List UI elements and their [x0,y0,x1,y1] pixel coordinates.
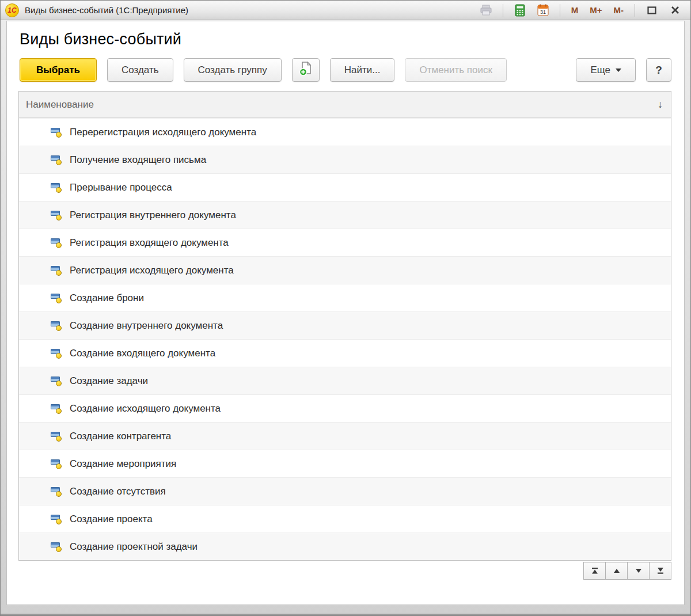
row-label: Регистрация внутреннего документа [70,210,236,221]
create-button[interactable]: Создать [107,58,173,82]
go-last-button[interactable] [649,562,671,580]
table-row[interactable]: Создание контрагента [19,422,671,450]
row-label: Создание входящего документа [70,348,215,359]
sort-descending-icon[interactable]: ↓ [658,98,663,111]
go-up-button[interactable] [605,562,628,580]
catalog-item-icon [51,210,62,221]
memory-m-minus-button[interactable]: M- [611,4,627,16]
row-label: Создание исходящего документа [70,403,221,415]
cancel-search-button: Отменить поиск [405,58,507,82]
row-label: Создание брони [70,292,144,304]
column-header-name: Наименование [26,99,94,111]
catalog-item-icon [51,403,62,415]
row-label: Получение входящего письма [70,154,206,166]
maximize-icon[interactable] [643,3,660,18]
catalog-item-icon [51,431,62,442]
memory-m-plus-button[interactable]: M+ [587,4,605,16]
window-title: Виды бизнес-событий (1С:Предприятие) [25,5,477,15]
row-label: Создание отсутствия [70,486,166,497]
catalog-item-icon [51,486,62,497]
row-label: Создание задачи [70,375,148,387]
table-row[interactable]: Создание исходящего документа [19,394,671,422]
more-button[interactable]: Еще [576,58,636,82]
create-by-copy-button[interactable] [292,58,320,82]
row-label: Регистрация исходящего документа [70,265,234,276]
table-row[interactable]: Регистрация входящего документа [19,229,671,256]
table-row[interactable]: Регистрация исходящего документа [19,256,671,284]
select-button[interactable]: Выбрать [20,58,97,82]
calendar-icon[interactable]: 31 [534,3,552,18]
catalog-item-icon [51,292,62,304]
row-label: Прерывание процесса [70,182,172,193]
go-first-button[interactable] [583,562,606,580]
page-title: Виды бизнес-событий [20,31,684,48]
titlebar-separator [503,4,503,17]
close-icon[interactable] [666,3,684,18]
row-label: Создание внутреннего документа [70,320,223,332]
titlebar: 1С Виды бизнес-событий (1С:Предприятие) [1,1,690,20]
catalog-item-icon [51,541,62,553]
table-row[interactable]: Создание задачи [19,367,671,394]
catalog-item-icon [51,458,62,470]
catalog-item-icon [51,348,62,359]
svg-text:31: 31 [540,9,546,15]
table-header[interactable]: Наименование ↓ [19,92,671,118]
table-row[interactable]: Создание внутреннего документа [19,311,671,339]
print-icon[interactable] [477,3,495,18]
titlebar-separator [635,4,635,17]
catalog-item-icon [51,154,62,166]
table-row[interactable]: Создание отсутствия [19,477,671,505]
row-label: Создание мероприятия [70,458,176,470]
titlebar-separator [560,4,560,17]
table-row[interactable]: Создание проекта [19,505,671,533]
toolbar: Выбрать Создать Создать группу Найти... … [20,58,671,82]
find-button[interactable]: Найти... [330,58,395,82]
table-row[interactable]: Регистрация внутреннего документа [19,201,671,229]
table-row[interactable]: Перерегистрация исходящего документа [19,118,671,146]
catalog-item-icon [51,237,62,249]
app-window: 1С Виды бизнес-событий (1С:Предприятие) [0,0,691,616]
more-button-label: Еще [590,64,610,76]
list-navigation [7,562,671,580]
table-row[interactable]: Создание входящего документа [19,339,671,367]
table-row[interactable]: Создание брони [19,284,671,311]
titlebar-buttons: 31 M M+ M- [477,3,684,18]
catalog-item-icon [51,265,62,276]
table-row[interactable]: Создание проектной задачи [19,533,671,560]
help-button[interactable]: ? [646,58,671,82]
calculator-icon[interactable] [511,3,529,18]
table-body: Перерегистрация исходящего документа Пол… [19,118,671,560]
catalog-item-icon [51,514,62,525]
row-label: Перерегистрация исходящего документа [70,127,256,138]
document-plus-icon [299,61,313,79]
row-label: Создание проектной задачи [70,541,198,553]
catalog-item-icon [51,182,62,193]
catalog-item-icon [51,320,62,332]
table-row[interactable]: Прерывание процесса [19,173,671,201]
table-row[interactable]: Получение входящего письма [19,146,671,173]
catalog-item-icon [51,127,62,138]
memory-m-button[interactable]: M [568,4,582,16]
chevron-down-icon [616,69,621,72]
create-group-button[interactable]: Создать группу [184,58,282,82]
row-label: Создание контрагента [70,431,171,442]
go-down-button[interactable] [627,562,650,580]
catalog-item-icon [51,375,62,387]
table-row[interactable]: Создание мероприятия [19,450,671,477]
row-label: Регистрация входящего документа [70,237,229,249]
events-table: Наименование ↓ Перерегистрация исходящег… [18,91,671,561]
row-label: Создание проекта [70,514,153,525]
form-content: Виды бизнес-событий Выбрать Создать Созд… [6,21,685,605]
1c-logo-icon: 1С [5,3,19,17]
